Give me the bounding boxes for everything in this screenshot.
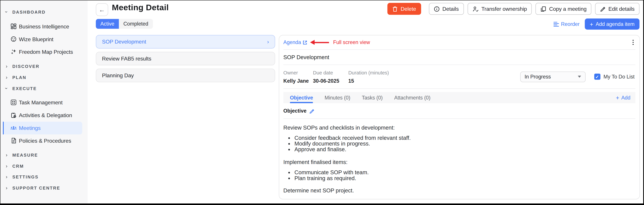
agenda-fullscreen-link[interactable]: Agenda [284, 40, 307, 45]
sidebar-section-label: SUPPORT CENTRE [12, 185, 60, 190]
page-title: Meeting Detail [112, 3, 169, 12]
sidebar-item-wize-blueprint[interactable]: Wize Blueprint [10, 34, 53, 44]
sidebar-section-execute[interactable]: › EXECUTE [4, 84, 37, 93]
chevron-right-icon: › [4, 152, 8, 158]
edit-details-button[interactable]: Edit details [595, 3, 640, 15]
reorder-link[interactable]: Reorder [554, 21, 580, 27]
sidebar-item-label: Wize Blueprint [19, 36, 54, 42]
paragraph: Implement finalised items: [284, 159, 636, 165]
sidebar-item-business-intelligence[interactable]: Business Intelligence [10, 22, 69, 31]
agenda-list-item-review-fab5[interactable]: Review FAB5 results [96, 52, 275, 65]
plus-icon: + [590, 21, 593, 28]
sidebar-item-freedom-map-projects[interactable]: Freedom Map Projects [10, 47, 73, 56]
paragraph: Review SOPs and checklists in developmen… [284, 124, 636, 131]
tab-completed[interactable]: Completed [119, 19, 153, 29]
add-agenda-item-button[interactable]: + Add agenda item [585, 18, 640, 30]
detail-tabs: Objective Minutes (0) Tasks (0) Attachme… [284, 92, 636, 103]
sidebar-section-support-centre[interactable]: › SUPPORT CENTRE [4, 183, 60, 192]
my-todo-label: My To Do List [604, 74, 634, 80]
bullet-list: Communicate SOP with team. Plan training… [284, 170, 636, 181]
person-check-icon [472, 6, 478, 12]
sidebar-item-label: Freedom Map Projects [19, 49, 73, 55]
sidebar: › DASHBOARD Business Intelligence Wize B… [0, 0, 88, 204]
checkbox-checked[interactable]: ✓ [594, 74, 600, 80]
tab-minutes[interactable]: Minutes (0) [319, 92, 356, 103]
my-todo-checkbox-row: ✓ My To Do List [594, 74, 634, 80]
bullet-item: Consider feedback received from relevant… [294, 135, 636, 141]
people-icon [10, 125, 17, 131]
sidebar-section-label: DASHBOARD [12, 10, 46, 14]
sidebar-item-meetings[interactable]: Meetings [10, 123, 40, 132]
sidebar-section-measure[interactable]: › MEASURE [4, 150, 38, 160]
sidebar-section-discover[interactable]: › DISCOVER [4, 62, 40, 71]
back-arrow-icon: ← [99, 6, 105, 13]
sidebar-item-task-management[interactable]: Task Management [10, 98, 62, 107]
annotation: Full screen view [310, 40, 370, 45]
sidebar-section-crm[interactable]: › CRM [4, 162, 24, 170]
sidebar-item-label: Business Intelligence [19, 23, 69, 30]
task-grid-icon [10, 100, 17, 105]
tab-objective[interactable]: Objective [284, 92, 319, 103]
trash-icon [392, 6, 398, 12]
agenda-item-title: SOP Development [279, 50, 640, 64]
objective-content: Review SOPs and checklists in developmen… [279, 119, 640, 194]
details-button[interactable]: Details [429, 3, 464, 15]
back-button[interactable]: ← [96, 3, 108, 16]
due-date-label: Due date [313, 70, 342, 76]
sidebar-item-label: Activities & Delegation [19, 112, 72, 118]
clipboard-clock-icon [10, 112, 17, 118]
external-link-icon [303, 40, 307, 45]
bullet-list: Consider feedback received from relevant… [284, 135, 636, 153]
owner-value: Kelly Jane [284, 78, 306, 84]
due-date-value: 30-06-2025 [313, 78, 342, 84]
sidebar-item-label: Policies & Procedures [19, 138, 71, 144]
copy-meeting-button[interactable]: Copy a meeting [536, 3, 592, 15]
duration-value: 15 [348, 78, 389, 84]
chevron-down-icon: › [4, 86, 10, 90]
bullet-item: Communicate SOP with team. [294, 170, 636, 176]
view-toggle: Active Completed [96, 19, 153, 29]
sidebar-item-label: Meetings [19, 125, 41, 131]
face-icon [10, 36, 17, 42]
dropdown-caret-icon [578, 76, 581, 78]
sidebar-section-label: MEASURE [12, 152, 38, 158]
bullet-item: Modify documents in progress. [294, 141, 636, 147]
chevron-down-icon: › [4, 10, 10, 14]
chevron-right-icon: › [4, 63, 8, 69]
kebab-menu-icon[interactable] [632, 39, 634, 46]
sparkles-icon [10, 49, 17, 54]
annotation-text: Full screen view [333, 40, 370, 45]
chevron-right-icon: › [4, 174, 8, 180]
chevron-right-icon: › [267, 39, 269, 45]
transfer-ownership-button[interactable]: Transfer ownership [467, 3, 532, 15]
red-arrow-icon [310, 40, 329, 45]
sidebar-item-label: Task Management [19, 99, 63, 106]
paragraph: Determine next SOP project. [284, 188, 636, 194]
agenda-list-item-planning-day[interactable]: Planning Day [96, 69, 275, 82]
main-content: ← Meeting Detail Delete Details Transfe [88, 0, 643, 204]
grid-icon [10, 23, 17, 29]
tab-attachments[interactable]: Attachments (0) [388, 92, 436, 103]
sidebar-section-dashboard[interactable]: › DASHBOARD [4, 8, 46, 16]
sidebar-section-plan[interactable]: › PLAN [4, 73, 26, 82]
reorder-icon [554, 22, 559, 26]
edit-pencil-icon[interactable] [309, 108, 314, 114]
sidebar-section-label: PLAN [12, 75, 26, 80]
sidebar-item-policies-procedures[interactable]: Policies & Procedures [10, 136, 71, 145]
sidebar-item-activities-delegation[interactable]: Activities & Delegation [10, 110, 72, 120]
agenda-list-item-sop-development[interactable]: SOP Development › [96, 35, 275, 48]
sidebar-selected-bar [3, 122, 4, 134]
delete-button[interactable]: Delete [388, 3, 421, 15]
meeting-detail-page: › DASHBOARD Business Intelligence Wize B… [0, 0, 644, 205]
sidebar-section-label: EXECUTE [12, 86, 37, 91]
divider [284, 88, 636, 89]
tab-active[interactable]: Active [96, 19, 119, 29]
sidebar-section-label: CRM [12, 164, 24, 168]
tab-tasks[interactable]: Tasks (0) [356, 92, 388, 103]
sidebar-section-settings[interactable]: › SETTINGS [4, 172, 38, 181]
owner-label: Owner [284, 70, 306, 76]
plus-icon: + [616, 94, 619, 101]
add-button[interactable]: + Add [616, 94, 630, 101]
status-dropdown[interactable]: In Progress [520, 71, 585, 82]
sidebar-section-label: SETTINGS [12, 174, 38, 179]
